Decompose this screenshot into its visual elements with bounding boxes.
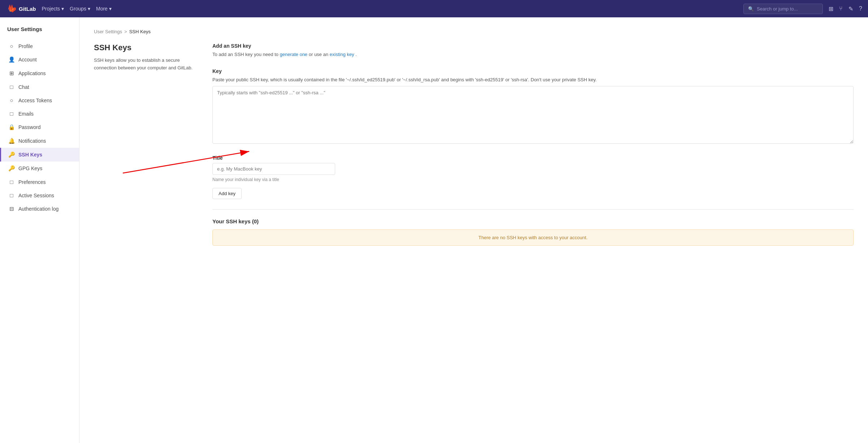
page-content: SSH Keys SSH keys allow you to establish… [94, 43, 854, 246]
chat-icon: □ [8, 84, 15, 90]
sidebar-item-access-tokens[interactable]: ○ Access Tokens [0, 94, 79, 107]
generate-one-link[interactable]: generate one [280, 52, 307, 57]
add-ssh-key-section: Add an SSH key To add an SSH key you nee… [212, 43, 854, 58]
add-key-button[interactable]: Add key [212, 188, 242, 199]
applications-icon: ⊞ [8, 70, 15, 77]
empty-keys-notice: There are no SSH keys with access to you… [212, 229, 854, 246]
sidebar-item-preferences[interactable]: □ Preferences [0, 175, 79, 189]
access-tokens-icon: ○ [8, 97, 15, 103]
help-icon[interactable]: ? [859, 5, 862, 12]
top-navigation: GitLab Projects ▾ Groups ▾ More ▾ 🔍 ⊞ ⑂ … [0, 0, 868, 17]
main-content: User Settings > SSH Keys SSH Keys SSH ke… [79, 17, 868, 443]
auth-log-icon: ⊟ [8, 206, 15, 212]
title-hint: Name your individual key via a title [212, 177, 854, 182]
nav-more[interactable]: More ▾ [96, 6, 112, 12]
nav-projects[interactable]: Projects ▾ [42, 6, 64, 12]
gitlab-brand[interactable]: GitLab [6, 4, 36, 14]
issue-icon[interactable]: ✎ [848, 5, 853, 12]
key-label: Key [212, 68, 854, 74]
key-field-section: Key Paste your public SSH key, which is … [212, 68, 854, 145]
password-icon: 🔒 [8, 124, 15, 130]
sidebar: User Settings ○ Profile 👤 Account ⊞ Appl… [0, 17, 79, 443]
key-textarea[interactable] [212, 86, 854, 144]
search-icon: 🔍 [748, 6, 754, 12]
breadcrumb: User Settings > SSH Keys [94, 29, 854, 34]
your-ssh-keys-section: Your SSH keys (0) There are no SSH keys … [212, 218, 854, 246]
sidebar-item-active-sessions[interactable]: □ Active Sessions [0, 189, 79, 202]
sidebar-item-profile[interactable]: ○ Profile [0, 39, 79, 53]
title-input[interactable] [212, 163, 335, 175]
title-field-section: Title Name your individual key via a tit… [212, 155, 854, 199]
sidebar-item-ssh-keys[interactable]: 🔑 SSH Keys [0, 148, 79, 162]
add-section-intro: To add an SSH key you need to generate o… [212, 51, 854, 58]
page-description: SSH keys allow you to establish a secure… [94, 57, 195, 72]
account-icon: 👤 [8, 56, 15, 63]
search-input[interactable] [757, 6, 815, 12]
emails-icon: □ [8, 111, 15, 117]
nav-groups[interactable]: Groups ▾ [70, 6, 90, 12]
sidebar-item-password[interactable]: 🔒 Password [0, 120, 79, 134]
gitlab-logo-icon [6, 4, 16, 14]
breadcrumb-separator: > [124, 29, 127, 34]
section-divider [212, 209, 854, 210]
sidebar-item-emails[interactable]: □ Emails [0, 107, 79, 120]
sidebar-item-gpg-keys[interactable]: 🔑 GPG Keys [0, 162, 79, 175]
gpg-keys-icon: 🔑 [8, 165, 15, 172]
page-body: SSH Keys SSH keys allow you to establish… [94, 43, 854, 246]
active-sessions-icon: □ [8, 192, 15, 198]
merge-request-icon[interactable]: ⑂ [839, 5, 843, 12]
page-left-column: SSH Keys SSH keys allow you to establish… [94, 43, 195, 246]
plus-icon[interactable]: ⊞ [829, 5, 833, 12]
search-box[interactable]: 🔍 [743, 4, 823, 14]
title-label: Title [212, 155, 854, 161]
sidebar-item-auth-log[interactable]: ⊟ Authentication log [0, 202, 79, 216]
ssh-keys-icon: 🔑 [8, 151, 15, 158]
preferences-icon: □ [8, 179, 15, 185]
breadcrumb-current: SSH Keys [129, 29, 151, 34]
sidebar-item-account[interactable]: 👤 Account [0, 53, 79, 66]
breadcrumb-parent[interactable]: User Settings [94, 29, 122, 34]
add-section-title: Add an SSH key [212, 43, 854, 49]
sidebar-title: User Settings [0, 26, 79, 39]
nav-icon-group: ⊞ ⑂ ✎ ? [829, 5, 862, 12]
your-keys-title: Your SSH keys (0) [212, 218, 854, 224]
existing-key-link[interactable]: existing key [330, 52, 354, 57]
page-right-column: Add an SSH key To add an SSH key you nee… [212, 43, 854, 246]
page-title: SSH Keys [94, 43, 195, 52]
notifications-icon: 🔔 [8, 138, 15, 144]
sidebar-item-chat[interactable]: □ Chat [0, 80, 79, 94]
key-description: Paste your public SSH key, which is usua… [212, 76, 854, 83]
sidebar-item-notifications[interactable]: 🔔 Notifications [0, 134, 79, 148]
page-layout: User Settings ○ Profile 👤 Account ⊞ Appl… [0, 17, 868, 443]
sidebar-item-applications[interactable]: ⊞ Applications [0, 66, 79, 80]
profile-icon: ○ [8, 43, 15, 49]
